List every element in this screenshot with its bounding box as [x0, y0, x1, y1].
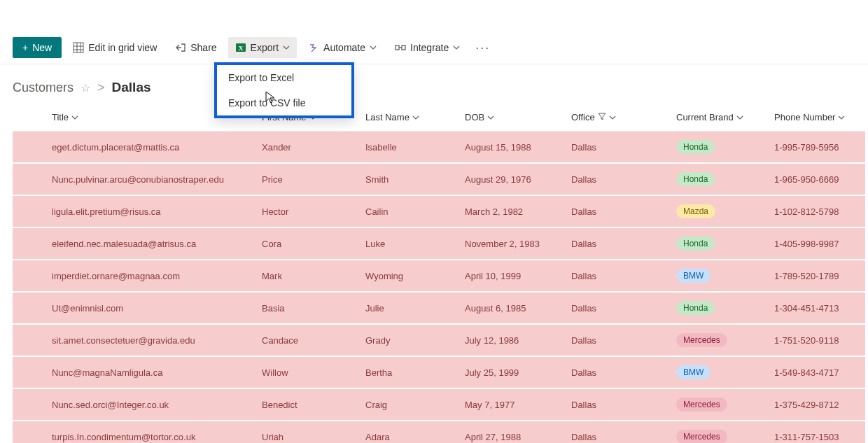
cell-first-name: Benedict — [262, 388, 365, 421]
integrate-icon — [395, 42, 406, 53]
brand-badge: Honda — [676, 301, 715, 315]
export-csv-item[interactable]: Export to CSV file — [217, 90, 351, 115]
command-bar: + New Edit in grid view Share X Export A… — [0, 31, 868, 64]
cell-phone: 1-751-520-9118 — [774, 324, 865, 356]
brand-badge: Honda — [676, 172, 715, 186]
brand-badge: Mercedes — [676, 333, 727, 347]
chevron-down-icon — [487, 114, 494, 121]
svg-rect-0 — [74, 43, 83, 52]
breadcrumb-sep: > — [97, 80, 105, 95]
table-header-row: Title First Name Last Name DOB Office Cu… — [13, 104, 865, 132]
cell-title[interactable]: Nunc@magnaNamligula.ca — [52, 356, 262, 388]
table-row[interactable]: imperdiet.ornare@magnaa.comMarkWyomingAp… — [13, 260, 865, 292]
cell-office: Dallas — [571, 260, 676, 292]
dob-col-header[interactable]: DOB — [465, 104, 571, 132]
svg-rect-8 — [402, 45, 405, 50]
data-table: Title First Name Last Name DOB Office Cu… — [13, 104, 865, 443]
brand-badge: BMW — [676, 269, 710, 283]
table-row[interactable]: eleifend.nec.malesuada@atrisus.caCoraLuk… — [13, 227, 865, 260]
cell-brand: Honda — [676, 292, 774, 324]
office-col-header[interactable]: Office — [571, 104, 676, 132]
cell-last-name: Isabelle — [365, 132, 465, 164]
cell-last-name: Julie — [365, 292, 465, 324]
cell-phone: 1-311-757-1503 — [774, 421, 865, 443]
cell-office: Dallas — [571, 324, 676, 356]
cell-dob: May 7, 1977 — [465, 388, 571, 421]
row-pad — [13, 227, 52, 260]
table-row[interactable]: sit.amet.consectetuer@gravida.eduCandace… — [13, 324, 865, 356]
cell-title[interactable]: eleifend.nec.malesuada@atrisus.ca — [52, 227, 262, 260]
export-excel-item[interactable]: Export to Excel — [217, 65, 351, 90]
chevron-down-icon — [453, 44, 460, 51]
cell-first-name: Cora — [262, 227, 365, 260]
cell-phone: 1-789-520-1789 — [774, 260, 865, 292]
cell-brand: Mercedes — [676, 388, 774, 421]
filter-icon — [598, 112, 606, 122]
brand-col-header[interactable]: Current Brand — [676, 104, 774, 132]
plus-icon: + — [22, 43, 28, 52]
cell-office: Dallas — [571, 132, 676, 164]
cell-title[interactable]: turpis.In.condimentum@tortor.co.uk — [52, 421, 262, 443]
last-name-col-header[interactable]: Last Name — [365, 104, 465, 132]
cell-dob: November 2, 1983 — [465, 227, 571, 260]
edit-label: Edit in grid view — [88, 42, 157, 53]
new-label: New — [32, 42, 52, 53]
automate-button[interactable]: Automate — [301, 37, 384, 58]
row-pad — [13, 292, 52, 324]
table-row[interactable]: Nunc@magnaNamligula.caWillowBerthaJuly 2… — [13, 356, 865, 388]
cell-title[interactable]: imperdiet.ornare@magnaa.com — [52, 260, 262, 292]
cell-title[interactable]: sit.amet.consectetuer@gravida.edu — [52, 324, 262, 356]
integrate-button[interactable]: Integrate — [388, 37, 467, 58]
cell-dob: August 6, 1985 — [465, 292, 571, 324]
cell-title[interactable]: ligula.elit.pretium@risus.ca — [52, 195, 262, 227]
table-row[interactable]: turpis.In.condimentum@tortor.co.ukUriahA… — [13, 421, 865, 443]
breadcrumb-root[interactable]: Customers — [13, 80, 74, 95]
table-row[interactable]: Nunc.sed.orci@Integer.co.ukBenedictCraig… — [13, 388, 865, 421]
new-button[interactable]: + New — [13, 37, 62, 58]
phone-col-header[interactable]: Phone Number — [774, 104, 865, 132]
cell-brand: Mercedes — [676, 324, 774, 356]
edit-grid-button[interactable]: Edit in grid view — [66, 37, 164, 58]
brand-badge: Honda — [676, 237, 715, 251]
cell-dob: April 27, 1988 — [465, 421, 571, 443]
cell-brand: Mazda — [676, 195, 774, 227]
table-row[interactable]: ligula.elit.pretium@risus.caHectorCailin… — [13, 195, 865, 227]
chevron-down-icon — [736, 114, 743, 121]
row-pad — [13, 163, 52, 195]
cell-phone: 1-549-843-4717 — [774, 356, 865, 388]
table-row[interactable]: Ut@enimnisl.comBasiaJulieAugust 6, 1985D… — [13, 292, 865, 324]
cell-office: Dallas — [571, 421, 676, 443]
chevron-down-icon — [609, 114, 616, 121]
export-button[interactable]: X Export — [228, 37, 297, 58]
integrate-label: Integrate — [410, 42, 449, 53]
cell-first-name: Willow — [262, 356, 365, 388]
cell-dob: August 29, 1976 — [465, 163, 571, 195]
cell-last-name: Wyoming — [365, 260, 465, 292]
cell-brand: Honda — [676, 132, 774, 164]
cell-title[interactable]: Ut@enimnisl.com — [52, 292, 262, 324]
share-label: Share — [190, 42, 216, 53]
share-icon — [175, 42, 186, 53]
cell-last-name: Bertha — [365, 356, 465, 388]
cell-title[interactable]: Nunc.sed.orci@Integer.co.uk — [52, 388, 262, 421]
automate-label: Automate — [323, 42, 365, 53]
cell-first-name: Candace — [262, 324, 365, 356]
share-button[interactable]: Share — [168, 37, 223, 58]
brand-badge: BMW — [676, 365, 710, 379]
data-table-wrapper: Title First Name Last Name DOB Office Cu… — [0, 104, 868, 443]
more-button[interactable]: ··· — [471, 41, 494, 55]
cell-dob: March 2, 1982 — [465, 195, 571, 227]
cell-first-name: Xander — [262, 132, 365, 164]
chevron-down-icon — [283, 44, 290, 51]
svg-rect-7 — [396, 45, 399, 50]
row-pad — [13, 421, 52, 443]
grid-icon — [73, 42, 84, 53]
table-row[interactable]: Nunc.pulvinar.arcu@conubianostraper.eduP… — [13, 163, 865, 195]
cell-office: Dallas — [571, 292, 676, 324]
cell-title[interactable]: eget.dictum.placerat@mattis.ca — [52, 132, 262, 164]
table-row[interactable]: eget.dictum.placerat@mattis.caXanderIsab… — [13, 132, 865, 164]
row-pad — [13, 132, 52, 164]
favorite-icon[interactable]: ☆ — [80, 81, 90, 94]
brand-badge: Honda — [676, 140, 715, 154]
cell-title[interactable]: Nunc.pulvinar.arcu@conubianostraper.edu — [52, 163, 262, 195]
